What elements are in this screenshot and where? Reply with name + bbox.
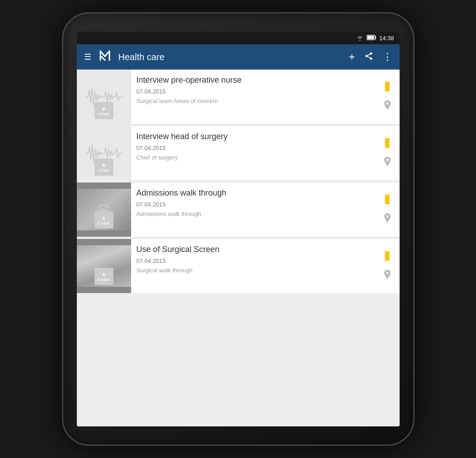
svg-rect-1 (375, 36, 376, 38)
app-bar: ☰ Health care + ⋮ (77, 44, 400, 70)
divider (77, 238, 400, 238)
item-subtitle-2: Chief of surgery (137, 154, 370, 161)
divider (77, 125, 400, 125)
item-subtitle-4: Surgical walk through (137, 267, 370, 274)
svg-line-6 (368, 56, 370, 58)
location-icon-1[interactable] (382, 100, 392, 116)
item-subtitle-1: Surgical team Areas of concern (137, 98, 370, 104)
item-actions-1: ▮ (375, 70, 400, 124)
item-date-2: 07.04.2015 (137, 145, 370, 151)
divider (77, 181, 400, 182)
item-info-1: Interview pre-operative nurse 07.04.2015… (131, 70, 375, 124)
app-title: Health care (118, 52, 344, 62)
location-icon-2[interactable] (382, 157, 392, 172)
more-icon[interactable]: ⋮ (382, 51, 392, 63)
svg-line-7 (368, 54, 370, 55)
bookmark-icon-3[interactable]: ▮ (384, 191, 391, 206)
item-info-3: Admissions walk through 07.04.2015 Admis… (131, 182, 375, 237)
svg-point-3 (370, 52, 372, 54)
list-item[interactable]: + CODE Admissions walk through 07.04.201… (77, 182, 400, 237)
location-icon-3[interactable] (382, 213, 392, 229)
front-camera (236, 22, 241, 27)
item-thumbnail-3: + CODE (77, 182, 131, 237)
wifi-icon (356, 34, 364, 42)
item-actions-2: ▮ (375, 126, 400, 180)
item-actions-4: ▮ (375, 239, 400, 293)
svg-point-4 (365, 55, 368, 57)
list-item[interactable]: + CODE Interview pre-operative nurse 07.… (77, 70, 400, 124)
location-icon-4[interactable] (382, 270, 392, 285)
bookmark-icon-4[interactable]: ▮ (384, 248, 391, 262)
status-time: 14:38 (379, 35, 394, 42)
svg-point-5 (370, 57, 372, 60)
item-info-4: Use of Surgical Screen 07.04.2015 Surgic… (131, 239, 375, 293)
list-item[interactable]: + CODE Interview head of surgery 07.04.2… (77, 126, 400, 180)
menu-icon[interactable]: ☰ (84, 52, 91, 62)
item-date-3: 07.04.2015 (137, 201, 370, 208)
item-title-1: Interview pre-operative nurse (137, 75, 370, 85)
item-subtitle-3: Admissions walk through (137, 210, 370, 217)
bookmark-icon-2[interactable]: ▮ (384, 135, 391, 150)
device-screen: 14:38 ☰ Health care + ⋮ (77, 32, 400, 426)
item-thumbnail-4: + CODE (77, 239, 131, 293)
svg-rect-2 (367, 36, 374, 39)
bookmark-icon-1[interactable]: ▮ (384, 78, 391, 93)
device-shell: 14:38 ☰ Health care + ⋮ (62, 12, 415, 446)
action-icons: + ⋮ (349, 51, 392, 63)
item-actions-3: ▮ (375, 182, 400, 237)
item-thumbnail-2: + CODE (77, 126, 131, 180)
app-logo (97, 47, 113, 67)
list-item[interactable]: + CODE Use of Surgical Screen 07.04.2015… (77, 239, 400, 293)
status-bar: 14:38 (77, 32, 400, 44)
share-icon[interactable] (364, 51, 373, 63)
battery-icon (367, 35, 377, 42)
item-title-3: Admissions walk through (137, 188, 370, 198)
item-date-4: 07.04.2015 (137, 257, 370, 264)
add-icon[interactable]: + (349, 51, 355, 63)
item-thumbnail-1: + CODE (77, 70, 131, 124)
item-info-2: Interview head of surgery 07.04.2015 Chi… (131, 126, 375, 180)
item-date-1: 07.04.2015 (137, 88, 370, 95)
content-area: + CODE Interview pre-operative nurse 07.… (77, 70, 400, 426)
item-title-4: Use of Surgical Screen (137, 244, 370, 255)
item-title-2: Interview head of surgery (137, 131, 370, 142)
